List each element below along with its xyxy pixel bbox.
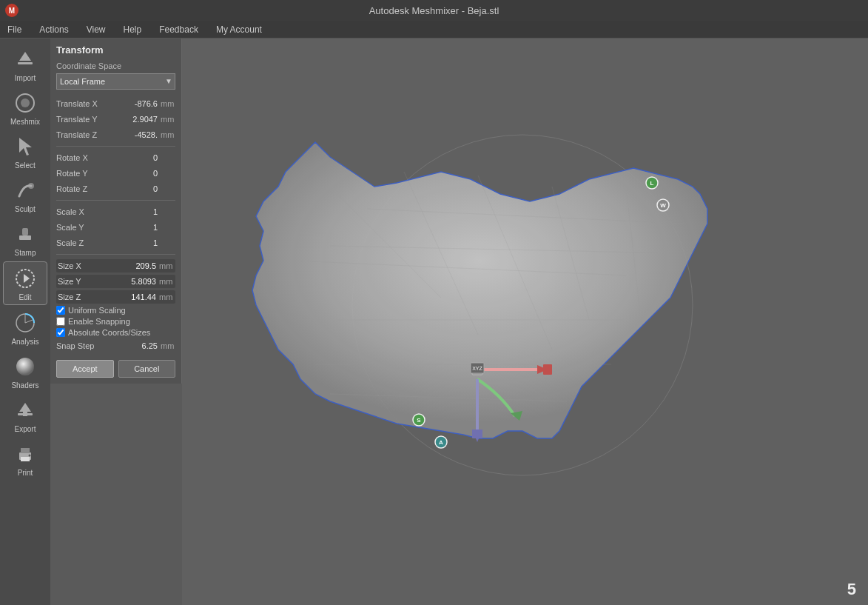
absolute-coords-row: Absolute Coords/Sizes (56, 328, 175, 337)
param-rotate-x: Rotate X 0 (56, 151, 175, 164)
svg-marker-11 (24, 274, 30, 283)
absolute-coords-checkbox[interactable] (56, 328, 65, 337)
sculpt-icon (12, 177, 38, 204)
titlebar: M Autodesk Meshmixer - Beja.stl (0, 0, 868, 21)
sidebar-export-label: Export (15, 425, 36, 433)
sidebar-sculpt-label: Sculpt (15, 205, 36, 213)
param-translate-y: Translate Y 2.9047 mm (56, 113, 175, 126)
svg-rect-8 (19, 235, 31, 240)
analysis-icon (12, 310, 38, 336)
param-translate-z: Translate Z -4528. mm (56, 128, 175, 141)
print-icon (12, 441, 38, 467)
transform-panel: Transform Coordinate Space Local Frame W… (50, 39, 182, 384)
svg-text:L: L (650, 180, 654, 187)
param-scale-y: Scale Y 1 (56, 221, 175, 234)
svg-rect-2 (18, 62, 33, 64)
param-size-y: Size Y 5.8093 mm (56, 275, 175, 288)
enable-snapping-label: Enable Snapping (68, 317, 130, 326)
svg-text:XYZ: XYZ (472, 366, 482, 371)
svg-point-5 (21, 98, 30, 107)
sidebar-stamp-label: Stamp (15, 249, 36, 257)
coord-space-label: Coordinate Space (56, 61, 175, 70)
menu-file[interactable]: File (4, 23, 24, 36)
svg-marker-3 (19, 52, 31, 61)
sidebar-item-select[interactable]: Select (3, 130, 47, 173)
uniform-scaling-row: Uniform Scaling (56, 306, 175, 315)
corner-number: 5 (847, 580, 856, 599)
menu-actions[interactable]: Actions (36, 23, 71, 36)
svg-marker-14 (19, 403, 31, 412)
shaders-icon (12, 353, 38, 380)
coord-space-dropdown[interactable]: Local Frame World Frame (56, 73, 175, 90)
param-scale-x: Scale X 1 (56, 205, 175, 218)
sidebar-item-analysis[interactable]: Analysis (3, 307, 47, 349)
cancel-button[interactable]: Cancel (118, 360, 176, 378)
svg-text:W: W (660, 202, 666, 209)
sidebar-select-label: Select (15, 161, 36, 170)
edit-icon (12, 265, 38, 292)
svg-rect-19 (21, 457, 30, 461)
menubar: File Actions View Help Feedback My Accou… (0, 21, 868, 39)
sidebar-item-shaders[interactable]: Shaders (3, 350, 47, 392)
svg-text:M: M (9, 7, 15, 15)
sidebar-edit-label: Edit (18, 293, 31, 301)
sidebar-item-sculpt[interactable]: Sculpt (3, 174, 47, 216)
sidebar-print-label: Print (18, 469, 33, 477)
param-rotate-y: Rotate Y 0 (56, 167, 175, 180)
sidebar-item-meshmix[interactable]: Meshmix (3, 87, 47, 129)
uniform-scaling-checkbox[interactable] (56, 306, 65, 315)
uniform-scaling-label: Uniform Scaling (68, 306, 126, 315)
sidebar-analysis-label: Analysis (11, 338, 38, 346)
viewport[interactable]: XYZ L W S A 5 (182, 39, 868, 605)
panel-buttons: Accept Cancel (56, 360, 175, 378)
param-translate-x: Translate X -876.6 mm (56, 97, 175, 110)
enable-snapping-checkbox[interactable] (56, 317, 65, 326)
svg-rect-36 (543, 364, 552, 375)
select-icon (12, 133, 38, 160)
param-size-x: Size X 209.5 mm (56, 259, 175, 273)
sidebar-meshmix-label: Meshmix (10, 118, 40, 126)
svg-rect-18 (21, 448, 30, 453)
param-size-z: Size Z 141.44 mm (56, 290, 175, 304)
sidebar-item-import[interactable]: Import (3, 43, 47, 85)
menu-view[interactable]: View (84, 23, 109, 36)
viewport-svg: XYZ L W S A (182, 39, 868, 605)
accept-button[interactable]: Accept (56, 360, 114, 378)
svg-text:A: A (439, 439, 443, 446)
sidebar-shaders-label: Shaders (11, 381, 38, 390)
sidebar-item-print[interactable]: Print (3, 438, 47, 480)
window-title: Autodesk Meshmixer - Beja.stl (369, 5, 499, 16)
stamp-icon (12, 221, 38, 247)
menu-feedback[interactable]: Feedback (156, 23, 201, 36)
sidebar-item-stamp[interactable]: Stamp (3, 218, 47, 260)
svg-text:S: S (417, 417, 421, 424)
enable-snapping-row: Enable Snapping (56, 317, 175, 326)
svg-point-7 (28, 183, 34, 189)
svg-rect-16 (23, 412, 27, 416)
menu-myaccount[interactable]: My Account (213, 23, 265, 36)
app-logo-icon: M (4, 3, 19, 20)
export-icon (12, 397, 38, 424)
svg-rect-40 (472, 429, 482, 438)
snap-step-row: Snap Step 6.25 mm (56, 339, 175, 352)
import-icon (12, 46, 38, 73)
panel-title: Transform (56, 44, 175, 56)
param-scale-z: Scale Z 1 (56, 236, 175, 250)
svg-point-20 (29, 455, 31, 457)
absolute-coords-label: Absolute Coords/Sizes (68, 328, 150, 337)
param-rotate-z: Rotate Z 0 (56, 182, 175, 195)
sidebar: Import Meshmix Select Sculpt (0, 39, 50, 605)
sidebar-item-export[interactable]: Export (3, 394, 47, 436)
sidebar-import-label: Import (15, 74, 36, 82)
svg-rect-9 (22, 228, 28, 235)
menu-help[interactable]: Help (121, 23, 145, 36)
sidebar-item-edit[interactable]: Edit (3, 261, 47, 305)
meshmix-icon (12, 90, 38, 116)
svg-marker-6 (19, 138, 32, 156)
svg-point-13 (16, 358, 34, 375)
